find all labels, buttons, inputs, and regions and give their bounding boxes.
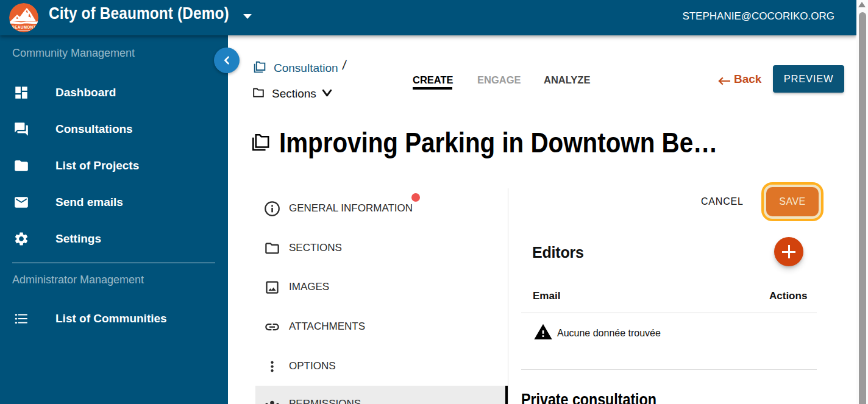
svg-text:BEAUMONT: BEAUMONT xyxy=(12,25,35,29)
